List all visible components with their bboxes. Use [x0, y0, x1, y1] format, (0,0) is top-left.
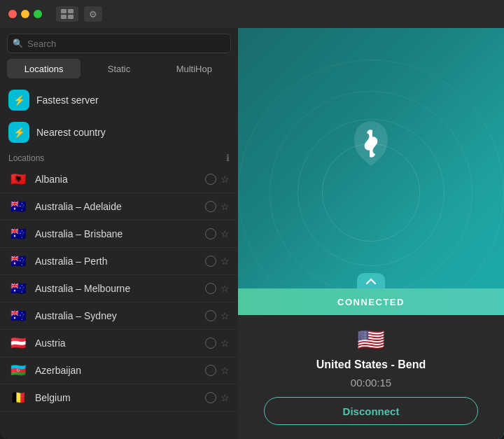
connected-banner: CONNECTED [238, 288, 504, 315]
au-perth-flag: 🇦🇺 [8, 254, 28, 268]
au-adelaide-radio[interactable] [205, 201, 216, 212]
au-sydney-flag: 🇦🇺 [8, 309, 28, 323]
au-adelaide-actions: ☆ [205, 201, 230, 212]
maximize-button[interactable] [34, 10, 42, 18]
list-item[interactable]: 🇦🇺 Australia – Melbourne ☆ [0, 275, 238, 302]
window-controls-btn[interactable] [56, 6, 78, 22]
albania-radio[interactable] [205, 174, 216, 185]
svg-rect-2 [61, 15, 66, 19]
au-adelaide-flag: 🇦🇺 [8, 200, 28, 214]
azerbaijan-label: Azerbaijan [35, 365, 198, 376]
svg-rect-3 [68, 15, 74, 19]
azerbaijan-radio[interactable] [205, 365, 216, 376]
au-melbourne-label: Australia – Melbourne [35, 283, 198, 294]
collapse-button[interactable] [357, 273, 385, 288]
connected-label: CONNECTED [337, 297, 405, 307]
au-adelaide-label: Australia – Adelaide [35, 201, 198, 212]
azerbaijan-star[interactable]: ☆ [220, 365, 230, 376]
search-icon: 🔍 [13, 39, 23, 48]
section-title: Locations [8, 153, 44, 163]
austria-star[interactable]: ☆ [220, 337, 230, 349]
list-item[interactable]: 🇦🇺 Australia – Brisbane ☆ [0, 221, 238, 248]
au-melbourne-radio[interactable] [205, 283, 216, 294]
search-bar: 🔍 [0, 28, 238, 59]
list-item[interactable]: 🇦🇺 Australia – Adelaide ☆ [0, 193, 238, 221]
fastest-server-icon: ⚡ [8, 90, 29, 111]
au-melbourne-actions: ☆ [205, 283, 230, 294]
tab-static[interactable]: Static [82, 59, 155, 78]
list-item[interactable]: 🇦🇺 Australia – Perth ☆ [0, 248, 238, 275]
nearest-country-label: Nearest country [36, 127, 106, 138]
au-perth-actions: ☆ [205, 256, 230, 267]
tab-bar: Locations Static MultiHop [0, 59, 238, 84]
tab-multihop[interactable]: MultiHop [158, 59, 231, 78]
list-item[interactable]: 🇦🇿 Azerbaijan ☆ [0, 357, 238, 384]
fastest-server-row[interactable]: ⚡ Fastest server [0, 84, 238, 116]
minimize-button[interactable] [21, 10, 29, 18]
albania-actions: ☆ [205, 174, 230, 185]
connection-name: United States - Bend [316, 358, 426, 371]
albania-flag: 🇦🇱 [8, 172, 28, 186]
tab-locations[interactable]: Locations [7, 59, 80, 78]
au-adelaide-star[interactable]: ☆ [220, 201, 230, 212]
vpn-logo [349, 118, 393, 172]
au-sydney-star[interactable]: ☆ [220, 310, 230, 321]
nearest-country-icon: ⚡ [8, 122, 29, 143]
traffic-lights [8, 10, 42, 18]
left-panel: 🔍 Locations Static MultiHop ⚡ Fastest se… [0, 28, 238, 439]
au-melbourne-star[interactable]: ☆ [220, 283, 230, 294]
austria-radio[interactable] [205, 337, 216, 349]
us-flag: 🇺🇸 [357, 326, 385, 353]
connection-card: 🇺🇸 United States - Bend 00:00:15 Disconn… [238, 315, 504, 439]
au-perth-label: Australia – Perth [35, 256, 198, 267]
search-input[interactable] [7, 34, 231, 53]
austria-label: Austria [35, 337, 198, 349]
nearest-country-row[interactable]: ⚡ Nearest country [0, 116, 238, 148]
belgium-radio[interactable] [205, 392, 216, 403]
au-sydney-label: Australia – Sydney [35, 310, 198, 321]
belgium-label: Belgium [35, 392, 198, 403]
au-brisbane-star[interactable]: ☆ [220, 228, 230, 239]
belgium-actions: ☆ [205, 392, 230, 403]
title-bar: ⚙ [0, 0, 504, 28]
azerbaijan-actions: ☆ [205, 365, 230, 376]
location-list: 🇦🇱 Albania ☆ 🇦🇺 Australia – Adelaide ☆ 🇦… [0, 166, 238, 439]
svg-rect-0 [61, 9, 66, 13]
locations-section-header: Locations ℹ [0, 148, 238, 166]
albania-label: Albania [35, 174, 198, 185]
disconnect-button[interactable]: Disconnect [264, 397, 478, 425]
austria-actions: ☆ [205, 337, 230, 349]
fastest-server-label: Fastest server [36, 95, 99, 106]
list-item[interactable]: 🇦🇺 Australia – Sydney ☆ [0, 302, 238, 330]
au-perth-star[interactable]: ☆ [220, 256, 230, 267]
au-brisbane-radio[interactable] [205, 228, 216, 239]
list-item[interactable]: 🇦🇱 Albania ☆ [0, 166, 238, 193]
connection-timer: 00:00:15 [351, 377, 391, 389]
au-melbourne-flag: 🇦🇺 [8, 281, 28, 295]
azerbaijan-flag: 🇦🇿 [8, 363, 28, 377]
au-brisbane-label: Australia – Brisbane [35, 228, 198, 239]
list-item[interactable]: 🇦🇹 Austria ☆ [0, 330, 238, 357]
au-perth-radio[interactable] [205, 256, 216, 267]
albania-star[interactable]: ☆ [220, 174, 230, 185]
close-button[interactable] [8, 10, 17, 18]
svg-rect-1 [68, 9, 74, 13]
au-brisbane-actions: ☆ [205, 228, 230, 239]
au-sydney-actions: ☆ [205, 310, 230, 321]
au-brisbane-flag: 🇦🇺 [8, 227, 28, 241]
right-panel: CONNECTED 🇺🇸 United States - Bend 00:00:… [238, 28, 504, 439]
info-icon[interactable]: ℹ [226, 153, 230, 163]
settings-button[interactable]: ⚙ [84, 6, 102, 22]
austria-flag: 🇦🇹 [8, 336, 28, 350]
belgium-flag: 🇧🇪 [8, 391, 28, 405]
belgium-star[interactable]: ☆ [220, 392, 230, 403]
connected-area: CONNECTED 🇺🇸 United States - Bend 00:00:… [238, 273, 504, 439]
list-item[interactable]: 🇧🇪 Belgium ☆ [0, 384, 238, 412]
au-sydney-radio[interactable] [205, 310, 216, 321]
